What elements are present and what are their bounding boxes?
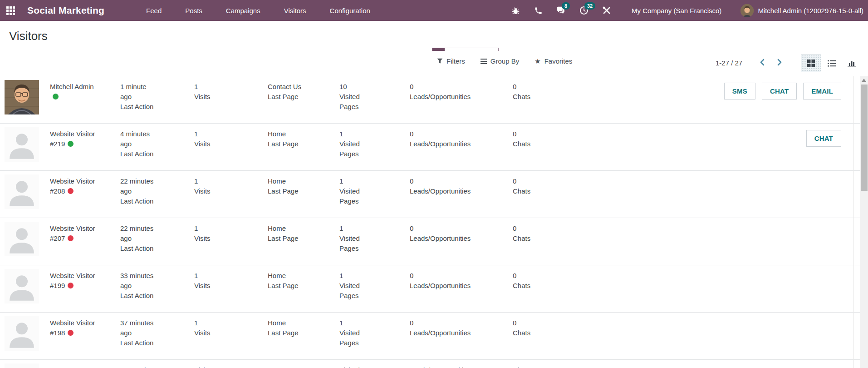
visits-value: 1: [194, 271, 226, 281]
last-page-label: Last Page: [268, 281, 309, 291]
menu-visitors[interactable]: Visitors: [284, 7, 306, 15]
visited-pages-cell: 10 Visited Pages: [339, 76, 380, 112]
chats-cell: 0 Chats: [513, 76, 563, 102]
chat-button[interactable]: CHAT: [762, 83, 797, 99]
last-action-label: Last Action: [120, 102, 158, 112]
user-menu[interactable]: Mitchell Admin (12002976-15-0-all): [740, 4, 863, 17]
visits-cell: 1 Visits: [194, 124, 226, 149]
last-page-label: Last Page: [268, 92, 309, 102]
visited-pages-cell: 1 Visited Pages: [339, 218, 380, 254]
kanban-view-button[interactable]: [801, 55, 821, 72]
visited-pages-value: 1: [339, 318, 380, 328]
visitor-name-cell[interactable]: Website Visitor #198: [50, 313, 95, 338]
last-page-label: Last Page: [268, 234, 309, 244]
grid-icon: [6, 6, 15, 15]
last-page-cell: Home Last Page: [268, 313, 309, 338]
group-by-button[interactable]: Group By: [481, 57, 519, 65]
graph-view-button[interactable]: [842, 55, 862, 72]
visited-pages-label: Visited Pages: [339, 234, 380, 254]
visitor-name: Mitchell Admin: [50, 83, 94, 90]
scrollbar-thumb[interactable]: [861, 85, 868, 191]
leads-cell: 0 Leads/Opportunities: [410, 218, 482, 244]
company-switcher[interactable]: My Company (San Francisco): [632, 7, 721, 15]
leads-cell: Leads/Opportunities: [410, 360, 482, 368]
visits-label: Visits: [194, 92, 226, 102]
chats-value: 0: [513, 224, 563, 234]
status-dot: [68, 141, 74, 147]
app-title[interactable]: Social Marketing: [27, 5, 104, 16]
last-action-time: 22 minutes ago: [120, 176, 158, 196]
visitor-name-cell[interactable]: Website Visitor #219: [50, 124, 95, 149]
favorites-label: Favorites: [544, 57, 573, 65]
menu-posts[interactable]: Posts: [185, 7, 202, 15]
chats-value: 0: [513, 82, 563, 92]
filters-button[interactable]: Filters: [437, 57, 465, 65]
visits-value: 1: [194, 129, 226, 139]
status-dot: [68, 283, 74, 288]
visitor-avatar[interactable]: [5, 222, 39, 256]
visitor-avatar[interactable]: [5, 269, 39, 303]
view-switcher: [801, 55, 862, 72]
menu-feed[interactable]: Feed: [146, 7, 162, 15]
visited-pages-label: Visited Pages: [339, 328, 380, 348]
list-view-button[interactable]: [821, 55, 842, 72]
chat-button[interactable]: CHAT: [806, 130, 841, 147]
scrollbar-up-arrow-icon[interactable]: [862, 79, 866, 82]
visitor-row: Website Visitor #198 37 minutes ago Last…: [0, 313, 860, 360]
last-action-cell: 22 minutes ago Last Action: [120, 171, 158, 206]
last-page-label: Last Page: [268, 328, 309, 338]
apps-menu-icon[interactable]: [0, 0, 21, 21]
sms-button[interactable]: SMS: [724, 83, 755, 99]
leads-value: 0: [410, 82, 482, 92]
email-button[interactable]: EMAIL: [803, 83, 841, 99]
visitor-name-cell[interactable]: Website Visitor #199: [50, 265, 95, 291]
tools-icon[interactable]: [602, 5, 612, 15]
vertical-scrollbar[interactable]: [860, 76, 868, 368]
messages-icon[interactable]: 8: [556, 5, 566, 15]
visits-value: 1: [194, 176, 226, 186]
row-actions: SMSCHATEMAIL: [724, 76, 841, 99]
visitor-name-cell[interactable]: Website Visitor #207: [50, 218, 95, 244]
bug-icon[interactable]: [511, 5, 521, 15]
visitor-name-cell[interactable]: Mitchell Admin: [50, 76, 95, 102]
chats-label: Chats: [513, 328, 563, 338]
last-action-label: Last Action: [120, 338, 158, 348]
activities-clock-icon[interactable]: 32: [579, 5, 589, 15]
last-action-label: Last Action: [120, 365, 158, 368]
menu-campaigns[interactable]: Campaigns: [226, 7, 260, 15]
visitor-avatar[interactable]: [5, 127, 39, 162]
visitor-avatar[interactable]: [5, 316, 39, 351]
visited-pages-value: 1: [339, 129, 380, 139]
chats-value: 0: [513, 129, 563, 139]
visitor-avatar[interactable]: [5, 363, 39, 368]
pager-next-icon[interactable]: [776, 58, 783, 66]
phone-icon[interactable]: [534, 5, 544, 15]
visited-pages-cell: 1 Visited Pages: [339, 313, 380, 348]
visits-label: Visits: [194, 328, 226, 338]
chats-label: Chats: [513, 365, 563, 368]
leads-value: 0: [410, 318, 482, 328]
visited-pages-value: 1: [339, 271, 380, 281]
menu-configuration[interactable]: Configuration: [330, 7, 370, 15]
last-page-cell: Home Last Page: [268, 171, 309, 196]
last-page-value: Home: [268, 318, 309, 328]
list-icon: [828, 60, 836, 67]
last-action-label: Last Action: [120, 244, 158, 254]
visitor-name-cell[interactable]: [50, 360, 95, 365]
visits-cell: Visits: [194, 360, 226, 368]
visited-pages-cell: 1 Visited Pages: [339, 265, 380, 301]
pager-previous-icon[interactable]: [759, 58, 766, 66]
chats-cell: 0 Chats: [513, 124, 563, 149]
status-dot: [53, 94, 59, 99]
visits-cell: 1 Visits: [194, 76, 226, 102]
visitor-avatar[interactable]: [5, 174, 39, 209]
favorites-star-icon: ★: [535, 58, 540, 65]
last-action-time: 37 minutes ago: [120, 318, 158, 338]
last-page-value: Contact Us: [268, 82, 309, 92]
visitor-name-cell[interactable]: Website Visitor #208: [50, 171, 95, 196]
favorites-button[interactable]: ★ Favorites: [535, 57, 572, 65]
top-navbar: Social Marketing Feed Posts Campaigns Vi…: [0, 0, 868, 21]
visits-value: 1: [194, 318, 226, 328]
visitor-avatar[interactable]: [5, 80, 39, 114]
last-page-cell: Home Last Page: [268, 265, 309, 291]
